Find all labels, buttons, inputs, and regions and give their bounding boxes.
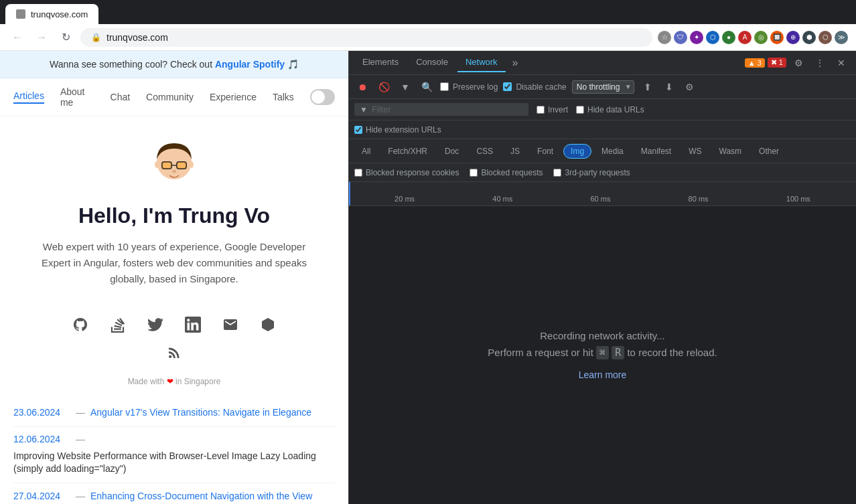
resource-btn-css[interactable]: CSS <box>469 144 500 159</box>
ext-6[interactable]: 🔲 <box>770 31 784 44</box>
nav-about[interactable]: About me <box>60 86 94 108</box>
ext-3[interactable]: ● <box>722 31 735 44</box>
clear-button[interactable]: 🚫 <box>376 79 392 95</box>
nav-chat[interactable]: Chat <box>111 92 131 102</box>
ext-shield[interactable]: 🛡 <box>674 31 687 44</box>
blocked-requests-checkbox[interactable] <box>470 169 478 177</box>
filter-input-wrap: ▼ <box>354 103 528 116</box>
preserve-log-checkbox[interactable] <box>440 82 449 91</box>
hero-title: Hello, I'm Trung Vo <box>13 203 335 228</box>
nav-community[interactable]: Community <box>146 92 194 102</box>
download-icon[interactable]: ⬇ <box>661 79 677 95</box>
third-party-label[interactable]: 3rd-party requests <box>553 168 630 177</box>
forward-button[interactable]: → <box>32 28 51 47</box>
nav-experience[interactable]: Experience <box>210 92 257 102</box>
heart-icon: ❤ <box>167 377 173 386</box>
resource-btn-media[interactable]: Media <box>594 144 631 159</box>
devtools-more-button[interactable]: ⋮ <box>810 54 829 72</box>
resource-btn-ws[interactable]: WS <box>681 144 709 159</box>
ext-9[interactable]: ⬡ <box>818 31 832 44</box>
disable-cache-checkbox[interactable] <box>503 82 512 91</box>
third-party-checkbox[interactable] <box>553 169 561 177</box>
filter-button[interactable]: ▼ <box>397 79 413 95</box>
twitter-icon[interactable] <box>145 314 166 335</box>
linkedin-icon[interactable] <box>182 314 204 335</box>
timeline-label-40: 40 ms <box>492 195 512 203</box>
rss-icon[interactable] <box>163 342 185 363</box>
devtools-close-button[interactable]: ✕ <box>832 54 851 72</box>
nav-articles[interactable]: Articles <box>13 90 44 104</box>
throttle-select[interactable]: No throttling <box>572 80 634 94</box>
ext-7[interactable]: ⊕ <box>786 31 800 44</box>
articles-list: 23.06.2024 — Angular v17's View Transiti… <box>0 400 348 504</box>
ext-1[interactable]: ✦ <box>690 31 703 44</box>
ext-bookmark[interactable]: ☆ <box>658 31 671 44</box>
blocked-requests-label[interactable]: Blocked requests <box>470 168 543 177</box>
resource-btn-font[interactable]: Font <box>530 144 561 159</box>
timeline-labels: 20 ms 40 ms 60 ms 80 ms 100 ms <box>349 195 856 203</box>
ext-5[interactable]: ◎ <box>754 31 768 44</box>
resource-btn-manifest[interactable]: Manifest <box>634 144 679 159</box>
back-button[interactable]: ← <box>8 28 27 47</box>
resource-btn-all[interactable]: All <box>354 144 378 159</box>
more-tabs-button[interactable]: » <box>507 53 524 73</box>
filter-input[interactable] <box>372 104 523 114</box>
hide-extension-urls-checkbox[interactable] <box>354 126 362 134</box>
resource-btn-wasm[interactable]: Wasm <box>712 144 750 159</box>
search-button[interactable]: 🔍 <box>419 79 435 95</box>
invert-label[interactable]: Invert <box>537 105 568 114</box>
timeline-label-60: 60 ms <box>590 195 610 203</box>
devtools-panel: Elements Console Network » ▲ 3 ✖ 1 ⚙ ⋮ ✕… <box>348 51 856 504</box>
hide-extension-urls-label[interactable]: Hide extension URLs <box>354 125 441 135</box>
resource-btn-img[interactable]: Img <box>563 144 591 159</box>
empty-state-line1: Recording network activity... <box>540 330 664 341</box>
article-date: 27.04.2024 <box>13 491 70 501</box>
hero-description: Web expert with 10 years of experience, … <box>40 239 308 287</box>
tab-network[interactable]: Network <box>457 53 506 72</box>
ext-4[interactable]: A <box>738 31 752 44</box>
blocked-cookies-label[interactable]: Blocked response cookies <box>354 168 459 177</box>
hide-data-urls-label[interactable]: Hide data URLs <box>576 105 644 114</box>
stackoverflow-icon[interactable] <box>107 314 129 335</box>
upload-icon[interactable]: ⬆ <box>640 79 656 95</box>
blocked-cookies-checkbox[interactable] <box>354 169 362 177</box>
resource-btn-fetch[interactable]: Fetch/XHR <box>380 144 435 159</box>
address-bar[interactable]: 🔒 trunqvose.com <box>80 28 652 47</box>
filter-checkboxes: Invert Hide data URLs <box>537 105 644 114</box>
reload-button[interactable]: ↻ <box>56 28 75 47</box>
nav-bar: ← → ↻ 🔒 trunqvose.com ☆ 🛡 ✦ ⬡ ● A ◎ 🔲 ⊕ … <box>0 24 856 51</box>
disable-cache-label[interactable]: Disable cache <box>503 82 566 92</box>
invert-checkbox[interactable] <box>537 106 545 114</box>
active-tab[interactable]: trunqvose.com <box>5 4 98 24</box>
email-icon[interactable] <box>220 314 241 335</box>
announcement-link[interactable]: Angular Spotify 🎵 <box>215 59 299 70</box>
dark-mode-toggle[interactable] <box>310 89 335 105</box>
tab-console[interactable]: Console <box>408 53 456 72</box>
devtools-settings-button[interactable]: ⚙ <box>789 54 808 72</box>
svg-point-6 <box>172 170 176 173</box>
ext-overflow[interactable]: ≫ <box>835 31 848 44</box>
record-button[interactable]: ⏺ <box>354 79 370 95</box>
tab-bar: trunqvose.com <box>0 0 856 24</box>
learn-more-link[interactable]: Learn more <box>579 369 627 380</box>
hide-data-urls-checkbox[interactable] <box>576 106 584 114</box>
ext-8[interactable]: ⬢ <box>802 31 816 44</box>
obsidian-icon[interactable] <box>257 314 279 335</box>
github-icon[interactable] <box>70 314 91 335</box>
article-link-1[interactable]: Angular v17's View Transitions: Navigate… <box>90 406 311 420</box>
resource-btn-js[interactable]: JS <box>503 144 527 159</box>
tab-elements[interactable]: Elements <box>354 53 407 72</box>
article-link-3[interactable]: Enhancing Cross-Document Navigation with… <box>90 490 312 503</box>
network-toolbar: ⏺ 🚫 ▼ 🔍 Preserve log Disable cache No th… <box>349 75 856 99</box>
network-settings-icon[interactable]: ⚙ <box>685 82 694 92</box>
website-panel: Wanna see something cool? Check out Angu… <box>0 51 348 504</box>
tab-favicon <box>16 9 25 19</box>
resource-btn-doc[interactable]: Doc <box>437 144 466 159</box>
devtools-tabs: Elements Console Network » ▲ 3 ✖ 1 ⚙ ⋮ ✕ <box>349 51 856 75</box>
ext-2[interactable]: ⬡ <box>706 31 719 44</box>
announcement-bar: Wanna see something cool? Check out Angu… <box>0 51 348 78</box>
preserve-log-label[interactable]: Preserve log <box>440 82 498 92</box>
resource-btn-other[interactable]: Other <box>752 144 786 159</box>
nav-talks[interactable]: Talks <box>273 92 294 102</box>
article-item: 23.06.2024 — Angular v17's View Transiti… <box>13 400 335 427</box>
